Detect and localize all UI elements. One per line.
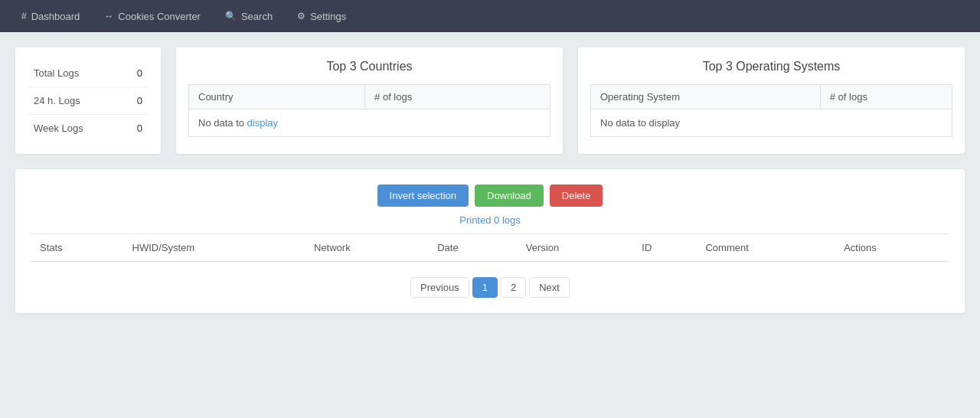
page-2-button[interactable]: 2 (501, 277, 526, 298)
os-no-data-cell: No data to display (591, 109, 952, 137)
logs-table: Stats HWID/System Network Date Version I… (31, 233, 949, 262)
download-button[interactable]: Download (475, 185, 544, 207)
countries-no-data-row: No data to display (189, 109, 550, 137)
stat-row-week: Week Logs 0 (28, 115, 149, 142)
col-date: Date (428, 234, 517, 262)
col-hwid: HWID/System (123, 234, 305, 262)
col-id: ID (632, 234, 696, 262)
search-icon: 🔍 (225, 11, 237, 21)
stat-row-total: Total Logs 0 (28, 60, 149, 87)
countries-display-link[interactable]: display (247, 117, 278, 129)
countries-table: Country # of logs No data to display (188, 84, 550, 137)
os-col-os: Operating System (591, 85, 821, 109)
stats-card: Total Logs 0 24 h. Logs 0 Week Logs 0 (15, 47, 161, 154)
page-1-button[interactable]: 1 (472, 277, 498, 298)
nav-item-dashboard[interactable]: # Dashboard (12, 5, 89, 28)
delete-button[interactable]: Delete (550, 185, 603, 207)
navbar: # Dashboard ↔ Cookies Converter 🔍 Search… (0, 0, 980, 32)
countries-title: Top 3 Countries (188, 60, 550, 73)
os-card: Top 3 Operating Systems Operating System… (578, 47, 965, 154)
os-col-logs: # of logs (820, 85, 952, 109)
settings-icon: ⚙ (297, 11, 305, 21)
week-logs-value: 0 (137, 122, 142, 134)
cookies-converter-icon: ↔ (104, 11, 113, 21)
nav-label-dashboard: Dashboard (31, 11, 80, 22)
nav-label-settings: Settings (310, 11, 346, 22)
stat-row-24h: 24 h. Logs 0 (28, 87, 149, 115)
col-network: Network (305, 234, 428, 262)
os-no-data-row: No data to display (591, 109, 952, 137)
os-table: Operating System # of logs No data to di… (590, 84, 952, 137)
col-stats: Stats (31, 234, 123, 262)
prev-button[interactable]: Previous (410, 277, 469, 298)
total-logs-label: Total Logs (34, 67, 79, 79)
pagination: Previous 1 2 Next (31, 277, 949, 298)
top-row: Total Logs 0 24 h. Logs 0 Week Logs 0 To… (15, 47, 965, 154)
countries-no-data-text: No data to (198, 117, 247, 129)
invert-selection-button[interactable]: Invert selection (377, 185, 469, 207)
col-version: Version (517, 234, 632, 262)
next-button[interactable]: Next (529, 277, 570, 298)
countries-col-country: Country (189, 85, 365, 109)
nav-item-search[interactable]: 🔍 Search (216, 5, 282, 28)
main-content: Total Logs 0 24 h. Logs 0 Week Logs 0 To… (0, 32, 980, 328)
24h-logs-label: 24 h. Logs (34, 95, 80, 106)
countries-col-logs: # of logs (365, 85, 550, 109)
week-logs-label: Week Logs (34, 122, 83, 134)
col-actions: Actions (835, 234, 949, 262)
total-logs-value: 0 (137, 67, 142, 79)
nav-label-search: Search (241, 11, 273, 22)
os-title: Top 3 Operating Systems (590, 60, 952, 73)
action-buttons: Invert selection Download Delete (31, 185, 949, 207)
24h-logs-value: 0 (137, 95, 142, 106)
printed-info: Printed 0 logs (31, 214, 949, 226)
countries-card: Top 3 Countries Country # of logs No dat… (176, 47, 563, 154)
nav-item-cookies-converter[interactable]: ↔ Cookies Converter (95, 5, 210, 28)
countries-no-data-cell: No data to display (189, 109, 550, 137)
nav-item-settings[interactable]: ⚙ Settings (288, 5, 355, 28)
main-table-card: Invert selection Download Delete Printed… (15, 169, 965, 313)
nav-label-cookies-converter: Cookies Converter (118, 11, 201, 22)
dashboard-icon: # (21, 11, 27, 21)
col-comment: Comment (696, 234, 835, 262)
